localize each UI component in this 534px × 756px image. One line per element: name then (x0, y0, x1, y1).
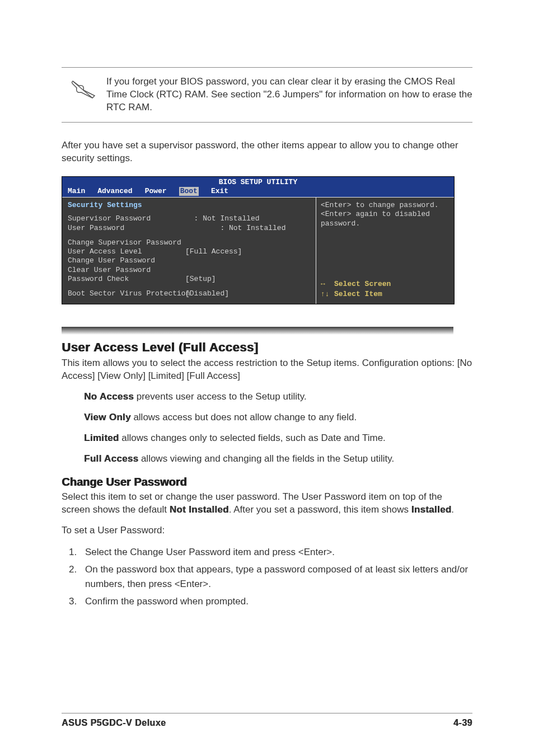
bios-item-user-access-level[interactable]: User Access Level[Full Access] (68, 247, 310, 256)
cup-lead: To set a User Password: (62, 524, 472, 537)
bios-row-supervisor: Supervisor Password : Not Installed (68, 214, 310, 223)
ual-body: This item allows you to select the acces… (62, 357, 472, 383)
bios-menu-exit[interactable]: Exit (211, 187, 228, 196)
note-block: If you forget your BIOS password, you ca… (62, 67, 472, 123)
intro-paragraph: After you have set a supervisor password… (62, 139, 472, 165)
ual-option-view-only: View Only allows access but does not all… (84, 411, 472, 424)
bios-title: BIOS SETUP UTILITY (62, 177, 454, 187)
bios-menu-power[interactable]: Power (145, 187, 167, 196)
ual-option-limited: Limited allows changes only to selected … (84, 432, 472, 445)
bios-item-password-check[interactable]: Password Check[Setup] (68, 275, 310, 284)
bios-nav-select-item: ↑↓Select Item (321, 290, 449, 299)
bios-menu-advanced[interactable]: Advanced (97, 187, 132, 196)
ual-option-no-access: No Access prevents user access to the Se… (84, 391, 472, 403)
bios-nav-select-screen: ↔Select Screen (321, 280, 449, 289)
bios-menu-main[interactable]: Main (68, 187, 85, 196)
cup-step-1: Select the Change User Password item and… (79, 545, 472, 560)
bios-right-pane: <Enter> to change password. <Enter> agai… (316, 198, 454, 304)
bios-item-boot-sector[interactable]: Boot Sector Virus Protection[Disabled] (68, 289, 310, 298)
page-footer: ASUS P5GDC-V Deluxe 4-39 (62, 713, 472, 728)
footer-page-number: 4-39 (453, 718, 472, 728)
bios-menu-boot[interactable]: Boot (179, 187, 199, 196)
bios-item-change-user[interactable]: Change User Password (68, 256, 310, 265)
cup-steps: Select the Change User Password item and… (62, 545, 472, 609)
heading-user-access-level: User Access Level (Full Access] (62, 340, 472, 355)
heading-change-user-password: Change User Password (62, 476, 472, 489)
bios-item-change-supervisor[interactable]: Change Supervisor Password (68, 238, 310, 247)
bios-left-pane: Security Settings Supervisor Password : … (62, 198, 316, 304)
bios-menu: Main Advanced Power Boot Exit (62, 187, 454, 197)
ual-option-full-access: Full Access allows viewing and changing … (84, 453, 472, 466)
note-text: If you forget your BIOS password, you ca… (106, 76, 472, 114)
cup-body: Select this item to set or change the us… (62, 491, 472, 516)
bios-row-user: User Password : Not Installed (68, 224, 310, 233)
cup-step-3: Confirm the password when prompted. (79, 594, 472, 609)
bios-help-text: <Enter> to change password. <Enter> agai… (321, 201, 449, 228)
bios-section-title: Security Settings (68, 201, 310, 210)
footer-product: ASUS P5GDC-V Deluxe (62, 718, 166, 728)
pencil-note-icon (62, 76, 106, 104)
bios-panel: BIOS SETUP UTILITY Main Advanced Power B… (62, 176, 455, 305)
cup-step-2: On the password box that appears, type a… (79, 562, 472, 591)
bios-item-clear-user[interactable]: Clear User Password (68, 266, 310, 275)
